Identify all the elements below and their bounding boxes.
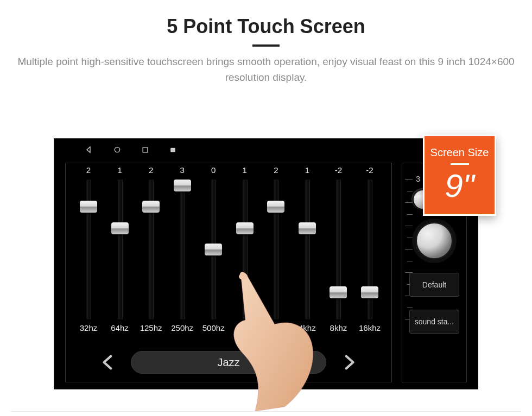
- eq-band-freq: 2khz: [267, 323, 284, 332]
- android-statusbar: [54, 139, 478, 161]
- badge-title: Screen Size: [430, 146, 489, 159]
- eq-slider-thumb[interactable]: [205, 244, 222, 255]
- eq-slider-thumb[interactable]: [330, 286, 347, 298]
- back-icon[interactable]: [85, 145, 93, 154]
- eq-band-value: 0: [211, 165, 216, 175]
- eq-slider[interactable]: [242, 180, 248, 319]
- eq-band-freq: 8khz: [330, 323, 347, 332]
- preset-prev-button[interactable]: [95, 349, 122, 376]
- eq-slider-thumb[interactable]: [111, 222, 129, 234]
- eq-band-value: 1: [305, 165, 309, 175]
- eq-slider-thumb[interactable]: [236, 222, 254, 234]
- eq-slider-tracks: [66, 180, 391, 319]
- svg-point-0: [115, 147, 119, 152]
- eq-band-value: 1: [243, 165, 247, 175]
- eq-band-freq: 125hz: [140, 323, 162, 332]
- equalizer-panel: 21230121-2-2 32hz64hz125hz250hz500hz1khz…: [65, 163, 392, 382]
- badge-value: 9": [445, 167, 474, 204]
- eq-slider[interactable]: [335, 180, 341, 319]
- eq-slider[interactable]: [305, 180, 310, 319]
- eq-band-value: 3: [180, 165, 184, 175]
- eq-slider-thumb[interactable]: [299, 222, 316, 234]
- eq-slider[interactable]: [148, 180, 154, 319]
- eq-band-freq: 64hz: [111, 323, 129, 332]
- eq-slider-thumb[interactable]: [267, 201, 284, 213]
- eq-band-value: 2: [86, 165, 91, 175]
- page-title: 5 Point Touch Screen: [0, 0, 532, 38]
- eq-slider[interactable]: [180, 180, 185, 319]
- eq-slider[interactable]: [273, 180, 278, 319]
- title-underline: [252, 44, 280, 47]
- screen-size-badge: Screen Size 9": [423, 135, 496, 216]
- eq-band-freq: 250hz: [171, 323, 193, 332]
- eq-band-freq: 4khz: [299, 323, 316, 332]
- eq-band-freq: 32hz: [80, 323, 98, 332]
- default-button[interactable]: Default: [409, 273, 459, 297]
- eq-freq-row: 32hz64hz125hz250hz500hz1khz2khz4khz8khz1…: [66, 323, 391, 336]
- preset-selector: Jazz: [66, 343, 391, 382]
- eq-band-value: -2: [366, 165, 373, 175]
- eq-band-freq: 500hz: [202, 323, 225, 332]
- eq-slider-thumb[interactable]: [142, 201, 160, 213]
- svg-rect-1: [143, 148, 148, 152]
- eq-slider-thumb[interactable]: [174, 180, 191, 191]
- eq-slider[interactable]: [117, 180, 123, 319]
- eq-value-row: 21230121-2-2: [66, 163, 391, 178]
- eq-band-value: 1: [117, 165, 122, 175]
- section-divider: [11, 411, 521, 412]
- eq-band-freq: 1khz: [236, 323, 254, 332]
- sub-knob[interactable]: [415, 222, 453, 260]
- eq-slider-thumb[interactable]: [361, 286, 378, 298]
- eq-slider[interactable]: [367, 180, 372, 319]
- eq-band-value: 2: [274, 165, 278, 175]
- screenshot-icon[interactable]: [169, 146, 177, 154]
- eq-band-freq: 16khz: [359, 323, 381, 332]
- device-screen: 21230121-2-2 32hz64hz125hz250hz500hz1khz…: [54, 138, 478, 389]
- preset-name[interactable]: Jazz: [131, 351, 326, 374]
- eq-band-value: 2: [149, 165, 153, 175]
- svg-rect-2: [170, 148, 175, 152]
- eq-slider-thumb[interactable]: [80, 201, 97, 213]
- sound-stage-button[interactable]: sound sta...: [409, 310, 459, 334]
- preset-next-button[interactable]: [335, 349, 362, 376]
- recents-icon[interactable]: [141, 146, 149, 154]
- home-icon[interactable]: [113, 145, 122, 154]
- eq-slider[interactable]: [86, 180, 91, 319]
- page-subtitle: Multiple point high-sensitive touchscree…: [0, 54, 532, 99]
- eq-slider[interactable]: [211, 180, 216, 319]
- eq-band-value: -2: [335, 165, 342, 175]
